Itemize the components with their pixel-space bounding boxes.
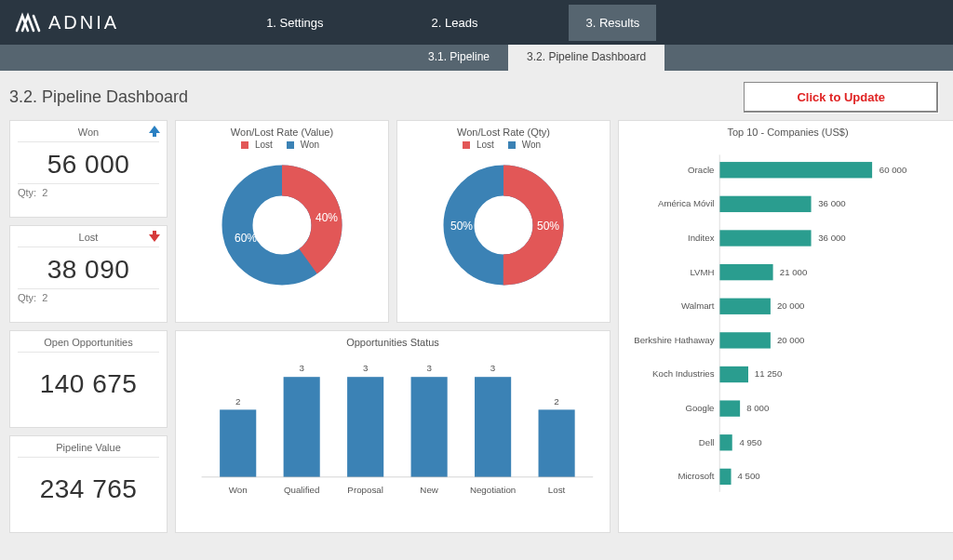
qty-val: 2 xyxy=(42,292,47,303)
status-val-4: 3 xyxy=(490,363,495,373)
donut-qty-won-pct: 50% xyxy=(450,220,473,233)
legend-won: Won xyxy=(301,140,319,150)
metric-pipe-value: 234 765 xyxy=(18,458,159,508)
metric-won-qty: Qty: 2 xyxy=(18,183,159,198)
brand-text: ADNIA xyxy=(48,12,119,33)
metric-lost-value: 38 090 xyxy=(18,247,159,288)
svg-rect-9 xyxy=(539,409,575,476)
status-val-2: 3 xyxy=(363,363,368,373)
svg-rect-16 xyxy=(719,332,771,348)
status-card: Opportunities Status 2 3 3 3 3 xyxy=(175,330,611,533)
legend-lost: Lost xyxy=(255,140,273,150)
metric-open-label: Open Opportunities xyxy=(18,335,159,353)
donut-qty-card: Won/Lost Rate (Qty) Lost Won 50% 50% xyxy=(396,120,611,323)
top10-val-6: 11 250 xyxy=(755,368,782,379)
nav-items: 1. Settings 2. Leads 3. Results xyxy=(249,5,656,41)
svg-rect-17 xyxy=(719,367,748,382)
status-val-5: 2 xyxy=(554,396,558,407)
svg-rect-12 xyxy=(719,196,811,212)
qty-label: Qty: xyxy=(18,187,36,198)
status-chart: 2 3 3 3 3 2 Won Qualified Proposal New N… xyxy=(183,348,602,506)
donut-value-lost-pct: 40% xyxy=(315,211,338,224)
metric-open-card: Open Opportunities 140 675 xyxy=(9,330,168,428)
page-title: 3.2. Pipeline Dashboard xyxy=(9,87,188,107)
top10-val-1: 36 000 xyxy=(818,198,845,208)
donut-value-chart: 40% 60% xyxy=(212,155,352,295)
update-button[interactable]: Click to Update xyxy=(744,82,938,113)
metric-lost-card: Lost 38 090 Qty: 2 xyxy=(9,225,168,323)
page: 3.2. Pipeline Dashboard Click to Update … xyxy=(0,71,953,544)
metric-lost-qty: Qty: 2 xyxy=(18,288,159,303)
top10-name-5: Berkshire Hathaway xyxy=(634,335,714,345)
legend-won: Won xyxy=(522,140,541,150)
donut-qty-lost-pct: 50% xyxy=(537,220,559,233)
qty-label: Qty: xyxy=(18,292,36,303)
status-title: Opportunities Status xyxy=(183,335,602,348)
donut-value-won-pct: 60% xyxy=(235,232,257,245)
page-header: 3.2. Pipeline Dashboard Click to Update xyxy=(9,82,944,113)
top10-val-0: 60 000 xyxy=(879,165,906,175)
top10-card: Top 10 - Companies (US$) Oracle 60 000 A… xyxy=(618,120,953,533)
svg-rect-18 xyxy=(719,400,740,416)
svg-rect-13 xyxy=(719,230,811,246)
top10-name-1: América Móvil xyxy=(658,198,714,208)
nav-settings[interactable]: 1. Settings xyxy=(249,5,340,41)
donut-qty-legend: Lost Won xyxy=(405,138,602,152)
top10-val-9: 4 500 xyxy=(738,471,760,481)
status-lbl-5: Lost xyxy=(548,485,566,495)
top10-val-4: 20 000 xyxy=(777,300,804,311)
metric-pipe-label: Pipeline Value xyxy=(18,440,159,458)
top10-val-8: 4 950 xyxy=(739,437,761,447)
top10-name-3: LVMH xyxy=(690,267,714,277)
top10-name-9: Microsoft xyxy=(678,471,714,481)
donut-qty-title: Won/Lost Rate (Qty) xyxy=(405,125,602,138)
status-lbl-3: New xyxy=(420,485,438,495)
top10-name-4: Walmart xyxy=(681,300,715,311)
status-lbl-2: Proposal xyxy=(347,485,383,495)
svg-rect-8 xyxy=(475,377,511,477)
arrow-down-icon xyxy=(148,230,161,243)
top10-val-2: 36 000 xyxy=(818,233,845,243)
top10-val-5: 20 000 xyxy=(777,335,804,345)
sub-nav: 3.1. Pipeline 3.2. Pipeline Dashboard xyxy=(0,45,953,71)
top10-val-7: 8 000 xyxy=(746,403,769,413)
donut-value-card: Won/Lost Rate (Value) Lost Won 40% 60% xyxy=(175,120,389,323)
top10-val-3: 21 000 xyxy=(780,267,807,277)
top10-name-6: Koch Industries xyxy=(652,368,715,379)
svg-rect-4 xyxy=(220,409,256,476)
top10-name-2: Inditex xyxy=(688,233,715,243)
nav-results[interactable]: 3. Results xyxy=(569,5,656,41)
svg-rect-6 xyxy=(347,377,383,477)
top10-name-7: Google xyxy=(685,403,714,413)
metric-lost-label: Lost xyxy=(18,230,159,247)
top10-name-8: Dell xyxy=(699,437,715,447)
top10-name-0: Oracle xyxy=(688,165,714,175)
status-lbl-4: Negotiation xyxy=(470,485,516,495)
svg-rect-5 xyxy=(284,377,320,477)
donut-qty-chart: 50% 50% xyxy=(434,155,573,295)
arrow-up-icon xyxy=(148,125,161,138)
legend-lost: Lost xyxy=(476,140,494,150)
metric-won-value: 56 000 xyxy=(18,142,159,183)
metric-won-label: Won xyxy=(18,125,159,142)
subnav-dashboard[interactable]: 3.2. Pipeline Dashboard xyxy=(508,45,664,71)
status-val-1: 3 xyxy=(299,363,303,373)
subnav-pipeline[interactable]: 3.1. Pipeline xyxy=(409,45,508,71)
status-lbl-1: Qualified xyxy=(284,485,320,495)
top10-chart: Oracle 60 000 América Móvil 36 000 Indit… xyxy=(626,141,949,509)
metric-pipe-card: Pipeline Value 234 765 xyxy=(9,435,168,533)
metric-open-value: 140 675 xyxy=(18,353,159,403)
qty-val: 2 xyxy=(42,187,47,198)
svg-rect-11 xyxy=(719,162,872,178)
top-nav: ADNIA 1. Settings 2. Leads 3. Results xyxy=(0,0,953,45)
donut-value-legend: Lost Won xyxy=(183,138,381,152)
nav-leads[interactable]: 2. Leads xyxy=(415,5,495,41)
svg-rect-15 xyxy=(719,299,771,314)
dashboard-grid: Won 56 000 Qty: 2 Lost 38 090 Qty: 2 Ope… xyxy=(9,120,944,533)
top10-title: Top 10 - Companies (US$) xyxy=(626,125,949,141)
logo-icon xyxy=(15,12,41,33)
status-val-3: 3 xyxy=(426,363,431,373)
status-val-0: 2 xyxy=(235,396,240,407)
svg-rect-19 xyxy=(719,434,732,450)
svg-rect-14 xyxy=(719,264,772,280)
